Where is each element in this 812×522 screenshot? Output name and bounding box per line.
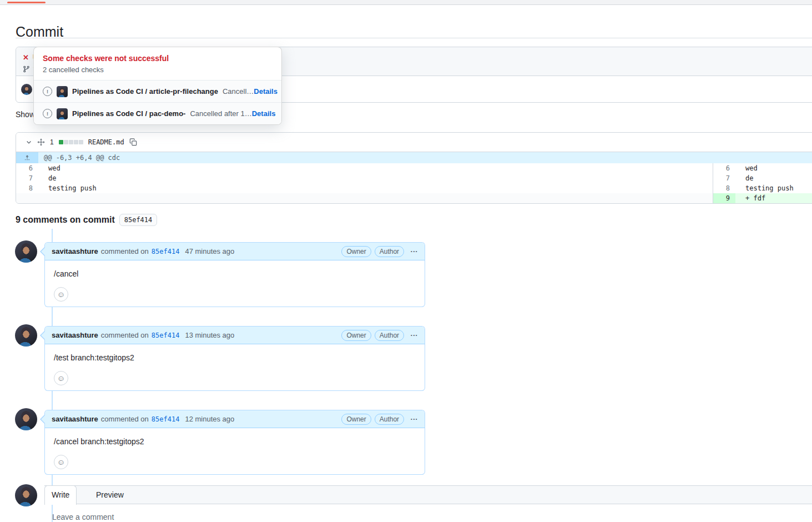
- diff-file-name[interactable]: README.md: [88, 138, 124, 146]
- line-number[interactable]: 7: [16, 173, 38, 183]
- status-failed-x-icon: ✕: [23, 54, 29, 61]
- comment-body: /cancel: [45, 260, 425, 278]
- comment-caret-fill: [41, 415, 46, 424]
- changed-files-summary: Show: [16, 110, 35, 119]
- comment-action-text: commented on: [101, 247, 149, 255]
- comment-input[interactable]: Leave a comment: [52, 513, 114, 521]
- check-details-link[interactable]: Details: [254, 87, 278, 96]
- git-branch-icon: [23, 66, 30, 73]
- diff-line: 6 wed: [713, 163, 812, 173]
- line-content: de: [38, 173, 713, 183]
- commit-author-avatar[interactable]: [21, 84, 32, 95]
- diff-line-empty: [16, 193, 713, 203]
- line-content: [38, 193, 713, 203]
- tab-preview[interactable]: Preview: [87, 486, 133, 504]
- comment-caret-fill: [41, 247, 46, 256]
- diffstat-blocks: [59, 140, 83, 144]
- smiley-icon: ☺: [57, 374, 65, 382]
- comment-header: savitaashture commented on 85ef414 12 mi…: [45, 410, 425, 428]
- diff-file-header: 1 README.md: [16, 133, 812, 152]
- copy-file-path-icon[interactable]: [129, 138, 137, 146]
- check-status: Cancelled after 1…: [190, 109, 251, 118]
- comment-sha-link[interactable]: 85ef414: [152, 332, 180, 339]
- owner-badge: Owner: [341, 330, 371, 341]
- comment-action-text: commented on: [101, 331, 149, 339]
- kebab-menu-icon[interactable]: •••: [411, 333, 418, 338]
- comment-timestamp: 12 minutes ago: [185, 415, 234, 423]
- check-status: Cancell…: [223, 87, 254, 96]
- line-content: wed: [38, 163, 713, 173]
- tab-write[interactable]: Write: [44, 485, 77, 505]
- tab-loading-bar: [7, 2, 46, 3]
- smiley-icon: ☺: [57, 290, 65, 298]
- drag-move-icon[interactable]: [37, 138, 45, 146]
- comment-sha-link[interactable]: 85ef414: [152, 248, 180, 255]
- line-number[interactable]: 6: [16, 163, 38, 173]
- cancelled-check-icon: !: [43, 87, 52, 96]
- comment-author-link[interactable]: savitaashture: [52, 415, 98, 423]
- comment-body: /test branch:testgitops2: [45, 344, 425, 362]
- kebab-menu-icon[interactable]: •••: [411, 249, 418, 254]
- check-app-avatar: [57, 108, 68, 119]
- owner-badge: Owner: [341, 246, 371, 257]
- line-number: [16, 193, 38, 203]
- diffstat-neutral-block: [79, 140, 83, 144]
- kebab-menu-icon[interactable]: •••: [411, 416, 418, 421]
- comment-author-avatar[interactable]: [15, 324, 37, 347]
- line-number[interactable]: 8: [713, 183, 735, 193]
- add-reaction-button[interactable]: ☺: [54, 371, 68, 385]
- expand-hunk-button[interactable]: [16, 152, 38, 163]
- diffstat-neutral-block: [74, 140, 78, 144]
- line-content: de: [735, 173, 812, 183]
- diffstat-added-block: [59, 140, 63, 144]
- line-number[interactable]: 9: [713, 193, 735, 203]
- collapse-chevron-down-icon[interactable]: [26, 139, 32, 145]
- comment-author-avatar[interactable]: [15, 408, 37, 430]
- check-name: Pipelines as Code CI / article-pr-filech…: [72, 87, 218, 96]
- line-number[interactable]: 7: [713, 173, 735, 183]
- comment-author-link[interactable]: savitaashture: [52, 331, 98, 339]
- diff-split-view: 6 wed 7 de 8 testing push: [16, 163, 812, 203]
- checks-popover-header: Some checks were not successful 2 cancel…: [34, 47, 281, 80]
- comment-form-tab-nav: Write Preview: [44, 485, 812, 504]
- add-reaction-button[interactable]: ☺: [54, 287, 68, 302]
- line-number[interactable]: 8: [16, 183, 38, 193]
- comment-timestamp: 13 minutes ago: [185, 331, 234, 339]
- comment-header: savitaashture commented on 85ef414 13 mi…: [45, 327, 425, 344]
- check-row: ! Pipelines as Code CI / article-pr-file…: [34, 80, 281, 102]
- diff-line: 7 de: [713, 173, 812, 183]
- author-badge: Author: [375, 414, 404, 425]
- comment-timestamp: 47 minutes ago: [185, 247, 234, 255]
- check-details-link[interactable]: Details: [252, 109, 276, 118]
- checks-popover: Some checks were not successful 2 cancel…: [33, 47, 282, 125]
- comment: savitaashture commented on 85ef414 12 mi…: [44, 410, 425, 475]
- line-content: + fdf: [735, 193, 812, 203]
- comment-action-text: commented on: [101, 415, 149, 423]
- author-badge: Author: [375, 246, 404, 257]
- commit-page: Commit ✕ U t Show Som: [0, 0, 812, 522]
- hunk-header-text: @@ -6,3 +6,4 @@ cdc: [38, 152, 120, 163]
- comment-body: /cancel branch:testgitops2: [45, 428, 425, 446]
- changed-files-count: 1: [50, 138, 54, 146]
- diff-pane-old: 6 wed 7 de 8 testing push: [16, 163, 713, 203]
- title-divider: [16, 38, 812, 38]
- add-reaction-button[interactable]: ☺: [54, 455, 68, 469]
- diff-line: 8 testing push: [713, 183, 812, 193]
- check-name: Pipelines as Code CI / pac-demo-: [72, 109, 185, 118]
- diff-pane-new: 6 wed 7 de 8 testing push 9 + fdf: [713, 163, 812, 203]
- comment-sha-link[interactable]: 85ef414: [152, 415, 180, 423]
- line-content: testing push: [735, 183, 812, 193]
- diff-line: 6 wed: [16, 163, 713, 173]
- comment-author-avatar[interactable]: [15, 240, 37, 263]
- line-content: wed: [735, 163, 812, 173]
- comment-caret-fill: [41, 331, 46, 340]
- line-number[interactable]: 6: [713, 163, 735, 173]
- current-user-avatar[interactable]: [15, 484, 37, 506]
- owner-badge: Owner: [341, 414, 371, 425]
- browser-strip: [0, 0, 812, 5]
- comments-heading: 9 comments on commit 85ef414: [16, 214, 157, 226]
- comment-author-link[interactable]: savitaashture: [52, 247, 98, 255]
- author-badge: Author: [375, 330, 404, 341]
- checks-popover-title: Some checks were not successful: [43, 54, 273, 63]
- check-row: ! Pipelines as Code CI / pac-demo- Cance…: [34, 102, 281, 124]
